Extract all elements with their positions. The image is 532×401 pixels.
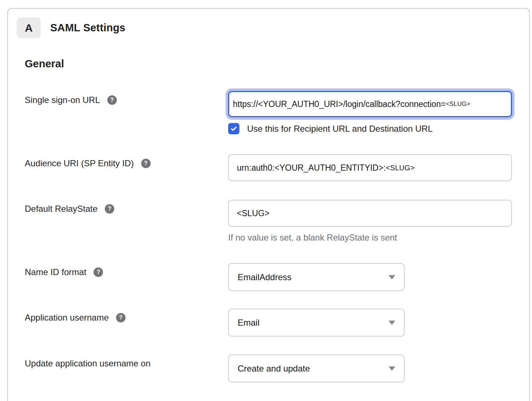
sso-url-label: Single sign-on URL	[25, 95, 100, 105]
application-username-value: Email	[238, 318, 259, 328]
name-id-format-value: EmailAddress	[238, 272, 291, 282]
field-row-application-username: Application username ? Email	[25, 309, 529, 337]
default-relaystate-value: <SLUG>	[237, 209, 270, 218]
field-row-sso-url: Single sign-on URL ? https://<YOUR_AUTH0…	[25, 91, 529, 134]
step-badge: A	[17, 17, 41, 38]
name-id-format-label-cell: Name ID format ?	[25, 263, 228, 277]
sso-url-value-slug: <SLUG>	[446, 100, 471, 108]
help-icon[interactable]: ?	[116, 313, 126, 322]
default-relaystate-control-cell: <SLUG> If no value is set, a blank Relay…	[228, 200, 529, 243]
update-app-username-label-cell: Update application username on	[25, 354, 228, 369]
audience-uri-input[interactable]: urn:auth0:<YOUR_AUTH0_ENTITYID>:<SLUG>	[228, 154, 512, 181]
update-app-username-label: Update application username on	[25, 358, 151, 369]
checkmark-icon	[230, 125, 238, 132]
sso-url-value: https://<YOUR_AUTH0_URI>/login/callback?…	[233, 99, 446, 109]
application-username-label-cell: Application username ?	[25, 309, 228, 323]
sso-url-control-cell: https://<YOUR_AUTH0_URI>/login/callback?…	[228, 91, 529, 134]
default-relaystate-input[interactable]: <SLUG>	[228, 200, 512, 227]
audience-uri-control-cell: urn:auth0:<YOUR_AUTH0_ENTITYID>:<SLUG>	[228, 154, 529, 181]
field-row-audience-uri: Audience URI (SP Entity ID) ? urn:auth0:…	[25, 154, 529, 181]
field-row-name-id-format: Name ID format ? EmailAddress	[25, 263, 529, 291]
sso-url-input[interactable]: https://<YOUR_AUTH0_URI>/login/callback?…	[228, 91, 512, 117]
page-title: SAML Settings	[50, 22, 126, 34]
audience-uri-label: Audience URI (SP Entity ID)	[25, 158, 134, 168]
audience-uri-value: urn:auth0:<YOUR_AUTH0_ENTITYID>:	[237, 163, 386, 173]
caret-down-icon	[389, 366, 395, 371]
saml-settings-card: A SAML Settings General Single sign-on U…	[7, 8, 530, 401]
update-app-username-value: Create and update	[238, 364, 310, 374]
caret-down-icon	[389, 321, 395, 325]
default-relaystate-label: Default RelayState	[25, 204, 98, 214]
update-app-username-control-cell: Create and update	[228, 354, 529, 382]
caret-down-icon	[389, 275, 395, 279]
recipient-url-checkbox[interactable]	[228, 123, 239, 134]
default-relaystate-helper-text: If no value is set, a blank RelayState i…	[228, 233, 529, 243]
saml-settings-form: Single sign-on URL ? https://<YOUR_AUTH0…	[8, 91, 529, 382]
name-id-format-select[interactable]: EmailAddress	[228, 263, 405, 291]
application-username-label: Application username	[25, 313, 109, 323]
section-title: General	[25, 58, 529, 70]
update-app-username-select[interactable]: Create and update	[228, 354, 405, 382]
application-username-control-cell: Email	[228, 309, 529, 337]
help-icon[interactable]: ?	[107, 95, 117, 105]
name-id-format-control-cell: EmailAddress	[228, 263, 529, 291]
recipient-url-checkbox-row[interactable]: Use this for Recipient URL and Destinati…	[228, 123, 529, 134]
default-relaystate-label-cell: Default RelayState ?	[25, 200, 228, 214]
name-id-format-label: Name ID format	[25, 267, 86, 277]
card-header: A SAML Settings	[8, 9, 529, 38]
help-icon[interactable]: ?	[94, 267, 103, 277]
help-icon[interactable]: ?	[141, 159, 151, 168]
recipient-url-checkbox-label: Use this for Recipient URL and Destinati…	[247, 124, 433, 134]
audience-uri-value-slug: <SLUG>	[386, 164, 415, 172]
field-row-default-relaystate: Default RelayState ? <SLUG> If no value …	[25, 200, 529, 243]
application-username-select[interactable]: Email	[228, 309, 405, 337]
field-row-update-app-username-on: Update application username on Create an…	[25, 354, 529, 382]
audience-uri-label-cell: Audience URI (SP Entity ID) ?	[25, 154, 228, 168]
sso-url-label-cell: Single sign-on URL ?	[25, 91, 228, 105]
help-icon[interactable]: ?	[105, 204, 114, 214]
